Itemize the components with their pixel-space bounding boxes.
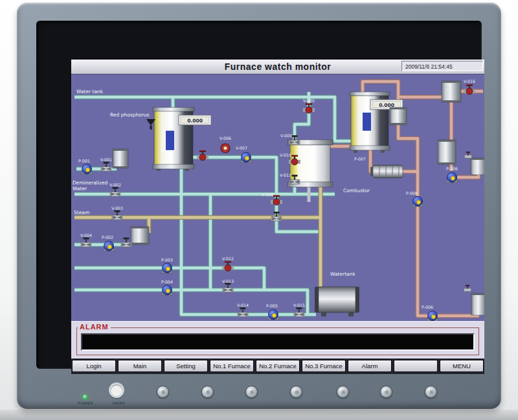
reactor2-value: 0.000 bbox=[379, 102, 394, 108]
valve-v014 bbox=[238, 307, 248, 317]
desk-surface bbox=[0, 410, 518, 420]
label-demineralized-2: Water bbox=[73, 186, 87, 192]
clock-display: 2009/11/6 21:54:45 bbox=[401, 61, 483, 71]
hmi-screen: Furnace watch monitor 2009/11/6 21:54:45 bbox=[71, 60, 484, 374]
tag-v005: V-005 bbox=[303, 98, 315, 103]
tag-v001: V-001 bbox=[100, 157, 112, 162]
tag-p006-b: P-006 bbox=[422, 305, 433, 309]
tag-v011: V-011 bbox=[280, 173, 291, 177]
pump-p005 bbox=[268, 310, 278, 320]
reactor1-value: 0.000 bbox=[187, 118, 203, 124]
function-button-5[interactable] bbox=[337, 386, 349, 398]
tag-p008: P-008 bbox=[406, 191, 418, 195]
pump-p004 bbox=[162, 285, 172, 296]
tag-v016: V-016 bbox=[464, 79, 475, 83]
tag-p005: P-005 bbox=[266, 304, 278, 308]
function-button-6[interactable] bbox=[380, 386, 392, 398]
pump-v007 bbox=[241, 153, 251, 163]
label-steam: Steam bbox=[74, 210, 89, 216]
pump-p008 bbox=[412, 197, 423, 207]
screen-cavity: Furnace watch monitor 2009/11/6 21:54:45 bbox=[36, 21, 482, 369]
tag-v004: V-004 bbox=[80, 233, 92, 238]
mix-drum bbox=[131, 227, 149, 245]
valve-v001 bbox=[101, 162, 111, 171]
valve-aux3 bbox=[197, 151, 208, 161]
reactor-1-readout: 0.000 bbox=[179, 115, 211, 125]
power-led-label: POWER bbox=[73, 401, 98, 405]
valve-v012 bbox=[222, 261, 234, 272]
receiver-tank-top bbox=[471, 158, 484, 175]
tag-p001: P-001 bbox=[78, 159, 90, 163]
monitor-bezel: Furnace watch monitor 2009/11/6 21:54:45 bbox=[17, 3, 501, 409]
tag-p007: P-007 bbox=[354, 157, 366, 161]
condenser-b bbox=[438, 140, 456, 164]
function-button-2[interactable] bbox=[201, 386, 214, 398]
tag-v015: V-015 bbox=[293, 303, 305, 307]
tag-v009: V-009 bbox=[280, 133, 292, 138]
pump-p001 bbox=[82, 164, 92, 175]
tag-p004: P-004 bbox=[161, 280, 173, 284]
tag-v013: V-013 bbox=[222, 279, 234, 283]
condenser-c bbox=[390, 107, 407, 125]
label-water-tank: Water tank bbox=[76, 89, 104, 94]
valve-aux5 bbox=[464, 285, 471, 291]
label-combustor: Combustor bbox=[343, 188, 370, 193]
watertank-vessel bbox=[315, 287, 359, 316]
tag-v010: V-010 bbox=[280, 153, 291, 157]
valve-v006 bbox=[221, 144, 230, 153]
function-button-1[interactable] bbox=[157, 386, 169, 398]
tag-v007: V-007 bbox=[236, 146, 247, 150]
blower-machine bbox=[370, 165, 403, 178]
tag-v006: V-006 bbox=[220, 136, 231, 140]
tag-p003: P-003 bbox=[161, 258, 173, 262]
pump-p002 bbox=[104, 241, 114, 252]
tag-p002: P-002 bbox=[102, 235, 113, 239]
valve-v016 bbox=[464, 85, 475, 95]
valve-v003 bbox=[112, 210, 122, 220]
tag-v014: V-014 bbox=[237, 303, 249, 307]
alarm-zone: ALARM bbox=[71, 321, 484, 359]
tag-v003: V-003 bbox=[111, 206, 123, 210]
function-button-7[interactable] bbox=[425, 386, 437, 398]
power-led bbox=[83, 395, 87, 399]
valve-v013 bbox=[223, 283, 233, 293]
valve-aux4 bbox=[464, 151, 471, 158]
function-button-4[interactable] bbox=[290, 386, 302, 398]
pump-p003 bbox=[162, 263, 172, 274]
tag-v008: V-008 bbox=[262, 192, 273, 197]
bezel-ring-button[interactable] bbox=[109, 382, 124, 398]
bezel-chin: POWER ON/OFF bbox=[36, 369, 482, 409]
alarm-message-display bbox=[81, 333, 475, 351]
function-button-3[interactable] bbox=[245, 386, 258, 398]
alarm-label: ALARM bbox=[78, 323, 111, 331]
title-bar: Furnace watch monitor 2009/11/6 21:54:45 bbox=[71, 60, 484, 74]
tag-v012: V-012 bbox=[222, 256, 234, 261]
valve-v002 bbox=[110, 187, 120, 197]
pump-p006 bbox=[447, 173, 457, 183]
condenser-a bbox=[442, 81, 461, 102]
bezel-ring-label: ON/OFF bbox=[104, 401, 133, 405]
process-diagram: 0.000 0.000 bbox=[71, 74, 484, 321]
valve-aux2 bbox=[271, 212, 282, 221]
valve-v005 bbox=[303, 104, 315, 114]
pump-p006b bbox=[427, 311, 438, 322]
feed-drum bbox=[113, 149, 128, 168]
label-watertank: Watertank bbox=[330, 271, 355, 277]
valve-v004 bbox=[81, 238, 91, 247]
valve-aux1 bbox=[121, 238, 131, 247]
receiver-tank-bottom bbox=[471, 293, 484, 315]
label-red-phosphorus: Red phosphorus bbox=[110, 112, 150, 118]
alarm-frame bbox=[76, 327, 479, 355]
tag-v002: V-002 bbox=[109, 182, 121, 187]
tag-p006: P-006 bbox=[446, 166, 458, 171]
label-demineralized-1: Demineralized bbox=[73, 180, 108, 186]
valve-v015 bbox=[294, 307, 304, 317]
